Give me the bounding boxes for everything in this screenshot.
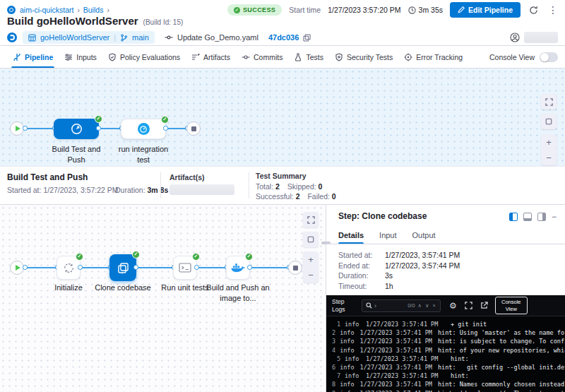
search-prev-button[interactable]: ∧ [417,302,423,309]
line-number: 1 [332,321,340,328]
tab-label: Artifacts [203,53,230,61]
field-row: Timeout: 1h [338,281,460,292]
canvas-fullscreen-button[interactable] [541,94,557,109]
breadcrumb-project[interactable]: aim-ci-quickstart [20,6,73,14]
line-number: 3 [332,338,335,345]
tab-pipeline[interactable]: Pipeline [7,47,59,68]
log-line: 5info1/27/2023 3:57:41 PMhint: [332,355,565,363]
log-fullscreen-button[interactable] [465,302,472,309]
field-label: Timeout: [338,282,385,290]
zoom-out-button[interactable]: − [541,150,557,165]
fit-view-icon [307,236,314,243]
tab-tests[interactable]: Tests [288,47,329,68]
zoom-in-button[interactable]: + [541,134,557,150]
external-link-icon [480,302,488,309]
refresh-button[interactable] [528,6,540,15]
search-next-button[interactable]: ∨ [424,302,430,309]
line-message: hint: Using 'master' as the name for the [438,329,565,336]
console-view-button[interactable]: Console View [495,297,528,314]
canvas-fullscreen-button[interactable] [303,212,319,227]
clock-icon [408,6,416,14]
line-number: 6 [332,364,335,371]
stage-end-node[interactable] [288,261,302,275]
stage-node-build-test-and-push[interactable]: ✓ [54,119,99,139]
panel-minimize-button[interactable]: − [552,212,557,222]
tab-details[interactable]: Details [338,226,364,244]
commit-message: Update Go_Demo.yaml [177,33,258,42]
stage-label[interactable]: run integration test [112,144,175,165]
fullscreen-icon [307,216,315,224]
line-number: 9 [332,390,335,392]
stage-graph-canvas[interactable]: ✓ ✓ Build Test and Push run integration … [0,69,565,166]
canvas-fit-button[interactable] [303,232,319,247]
repo-branch-chip[interactable]: goHelloWorldServer | main [23,31,155,44]
tab-label: Error Tracking [416,53,463,61]
tab-input[interactable]: Input [379,226,396,244]
tab-artifacts[interactable]: Artifacts [186,47,236,68]
line-time: 1/27/2023 3:57:41 PM [360,329,432,336]
field-row: Duration: 3s [338,271,460,281]
tab-output[interactable]: Output [412,226,436,244]
breadcrumb-builds[interactable]: Builds [83,6,104,14]
line-number: 5 [332,355,340,362]
line-number: 2 [332,329,335,336]
tab-policy-evaluations[interactable]: Policy Evaluations [102,47,186,68]
success-check-badge: ✓ [192,253,200,261]
step-node-clone-codebase[interactable]: ✓ [109,254,136,281]
edge [25,267,56,268]
log-header-actions: ⚙ [449,302,488,310]
ci-stage-icon [71,123,83,135]
failed-label: Failed: [307,192,330,201]
stage-label[interactable]: Build Test and Push [44,144,108,165]
tab-security-tests[interactable]: Security Tests [329,47,398,68]
elapsed-value: 3m 35s [419,6,443,14]
line-level: info [340,381,354,388]
tab-error-tracking[interactable]: Error Tracking [398,47,468,68]
zoom-in-button[interactable]: + [303,251,319,267]
console-view-toggle[interactable] [540,52,558,62]
start-time-value: 1/27/2023 3:57:20 PM [328,6,400,14]
line-time: 1/27/2023 3:57:41 PM [360,338,432,345]
search-close-button[interactable]: × [432,302,436,309]
stage-node-run-integration-test[interactable]: ✓ [121,119,166,139]
pipeline-start-node[interactable] [10,121,24,136]
tab-inputs[interactable]: Inputs [59,47,102,68]
copy-icon[interactable] [303,34,311,42]
zoom-out-button[interactable]: − [303,267,319,283]
stage-start-node[interactable] [10,261,24,275]
log-settings-gear-icon[interactable]: ⚙ [449,302,457,310]
layout-split-right-button[interactable] [537,213,546,221]
more-options-button[interactable]: ⋮ [547,4,559,16]
commit-sha-link[interactable]: 47dc036 [268,33,299,42]
layout-split-left-button[interactable] [509,213,518,221]
zoom-controls: + − [303,251,319,283]
canvas-fit-button[interactable] [541,114,557,129]
pipeline-end-node[interactable] [186,121,201,136]
line-time: 1/27/2023 3:57:41 PM [360,390,432,392]
log-open-external-button[interactable] [480,302,488,309]
tab-commits[interactable]: Commits [236,47,288,68]
success-check-badge: ✓ [245,253,253,261]
layout-bottom-button[interactable] [523,213,532,221]
step-node-run-unit-tests[interactable]: ✓ [173,256,197,280]
log-search-box[interactable]: › 0/0 ∧ ∨ × [362,299,441,312]
triggered-by [510,32,558,43]
line-level: info [345,372,360,379]
step-label[interactable]: Clone codebase [91,283,155,293]
zoom-controls: + − [541,134,557,165]
branch-name: main [132,33,149,42]
edge [81,267,109,268]
toggle-knob [540,53,549,61]
edge [166,128,186,129]
security-tests-icon [335,53,343,61]
step-node-build-and-push[interactable]: ✓ [226,256,250,280]
step-graph-canvas[interactable]: ✓ ✓ ✓ ✓ Initialize Clone codebase Run un… [0,205,326,392]
step-node-initialize[interactable]: ✓ [56,256,81,280]
tab-label: Tests [306,53,323,61]
step-label[interactable]: Build and Push an image to... [206,283,270,304]
step-details-panel: Step: Clone codebase − Details Input Out… [326,205,565,392]
elapsed-time: 3m 35s [408,6,443,14]
field-value: 1h [385,282,393,290]
edit-pipeline-button[interactable]: Edit Pipeline [450,2,521,18]
success-check-badge: ✓ [76,253,83,261]
